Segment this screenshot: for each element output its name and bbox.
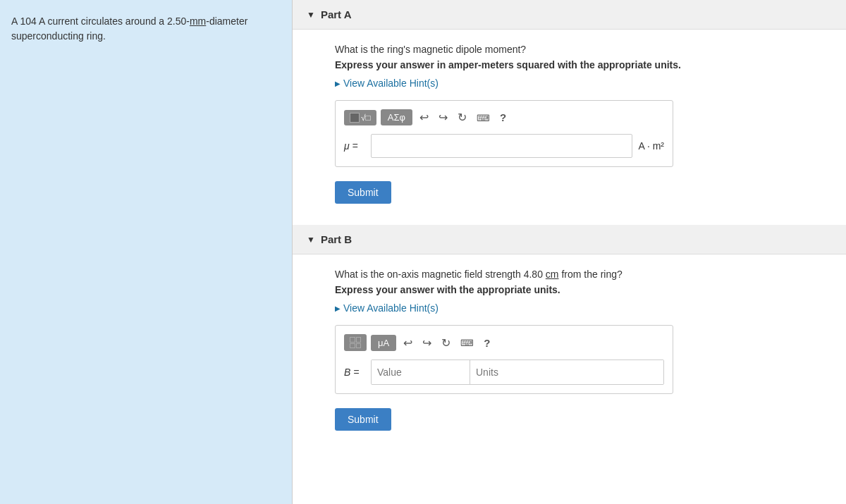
micro-ampere-btn[interactable]: μA <box>371 335 396 351</box>
right-panel: ▼ Part A What is the ring's magnetic dip… <box>293 0 846 504</box>
matrix-icon <box>350 337 361 348</box>
part-b-body: What is the on-axis magnetic field stren… <box>293 254 846 452</box>
part-b-header: ▼ Part B <box>293 225 846 254</box>
part-b-input-row: B = <box>344 359 664 385</box>
greek-symbols-btn[interactable]: ΑΣφ <box>381 109 412 125</box>
part-a-question: What is the ring's magnetic dipole momen… <box>335 44 818 55</box>
reset-btn[interactable]: ↻ <box>455 109 470 125</box>
part-b-section: ▼ Part B What is the on-axis magnetic fi… <box>293 225 846 452</box>
part-b-keyboard-btn[interactable]: ⌨ <box>458 335 477 350</box>
part-b-keyboard-icon: ⌨ <box>460 338 474 348</box>
undo-icon: ↩ <box>419 111 429 123</box>
help-btn[interactable]: ? <box>497 110 509 125</box>
part-a-toolbar: √□ ΑΣφ ↩ ↪ ↻ ⌨ <box>344 109 664 125</box>
part-a-instruction: Express your answer in amper-meters squa… <box>335 59 818 70</box>
part-b-reset-btn[interactable]: ↻ <box>439 335 453 351</box>
part-a-body: What is the ring's magnetic dipole momen… <box>293 30 846 225</box>
left-panel: A 104 A current circulates around a 2.50… <box>0 0 293 504</box>
part-a-input-label: μ = <box>344 140 365 152</box>
part-b-help-icon: ? <box>484 337 490 349</box>
part-b-input-label: B = <box>344 367 365 378</box>
formula-box-icon: √□ <box>350 113 371 123</box>
redo-btn[interactable]: ↪ <box>436 109 450 125</box>
reset-icon: ↻ <box>458 111 467 123</box>
matrix-btn[interactable] <box>344 334 367 351</box>
cm-underline: cm <box>546 269 559 280</box>
part-b-instruction: Express your answer with the appropriate… <box>335 284 818 295</box>
redo-icon: ↪ <box>439 111 448 123</box>
part-b-toolbar: μA ↩ ↪ ↻ ⌨ ? <box>344 334 664 351</box>
part-a-hint-link[interactable]: ▶ View Available Hint(s) <box>335 78 818 89</box>
part-b-value-input[interactable] <box>372 360 470 384</box>
formula-template-btn[interactable]: √□ <box>344 110 376 125</box>
part-b-help-btn[interactable]: ? <box>481 336 493 350</box>
part-b-undo-icon: ↩ <box>403 337 412 349</box>
part-a-hint-label: View Available Hint(s) <box>343 78 439 89</box>
problem-text: A 104 A current circulates around a 2.50… <box>11 14 281 44</box>
hint-triangle-icon: ▶ <box>335 80 341 87</box>
keyboard-icon: ⌨ <box>477 113 490 123</box>
part-a-answer-input[interactable] <box>371 134 632 158</box>
part-b-submit-button[interactable]: Submit <box>335 408 391 431</box>
part-b-hint-label: View Available Hint(s) <box>343 302 439 314</box>
part-a-title: Part A <box>321 8 352 20</box>
part-a-chevron-icon[interactable]: ▼ <box>307 10 315 20</box>
part-a-section: ▼ Part A What is the ring's magnetic dip… <box>293 0 846 225</box>
help-icon: ? <box>500 111 506 123</box>
part-a-submit-button[interactable]: Submit <box>335 181 391 204</box>
part-b-units-input[interactable] <box>470 360 663 384</box>
part-b-reset-icon: ↻ <box>441 337 450 349</box>
mu-a-label: μA <box>378 338 389 348</box>
part-b-title: Part B <box>321 233 352 245</box>
part-b-hint-triangle-icon: ▶ <box>335 305 341 312</box>
undo-btn[interactable]: ↩ <box>417 109 431 125</box>
part-b-answer-box: μA ↩ ↪ ↻ ⌨ ? <box>335 325 673 394</box>
part-b-undo-btn[interactable]: ↩ <box>400 335 415 351</box>
part-b-redo-btn[interactable]: ↪ <box>419 335 434 351</box>
part-b-hint-link[interactable]: ▶ View Available Hint(s) <box>335 302 818 314</box>
part-b-question: What is the on-axis magnetic field stren… <box>335 269 818 280</box>
part-a-unit-label: A · m² <box>638 140 664 152</box>
greek-symbols-label: ΑΣφ <box>388 112 405 123</box>
part-a-answer-box: √□ ΑΣφ ↩ ↪ ↻ ⌨ <box>335 100 673 167</box>
keyboard-btn[interactable]: ⌨ <box>474 110 493 125</box>
mm-underline: mm <box>190 16 206 27</box>
value-units-container <box>371 359 664 385</box>
part-b-redo-icon: ↪ <box>422 337 431 349</box>
part-a-header: ▼ Part A <box>293 0 846 30</box>
part-a-input-row: μ = A · m² <box>344 134 664 158</box>
part-b-chevron-icon[interactable]: ▼ <box>307 235 315 245</box>
